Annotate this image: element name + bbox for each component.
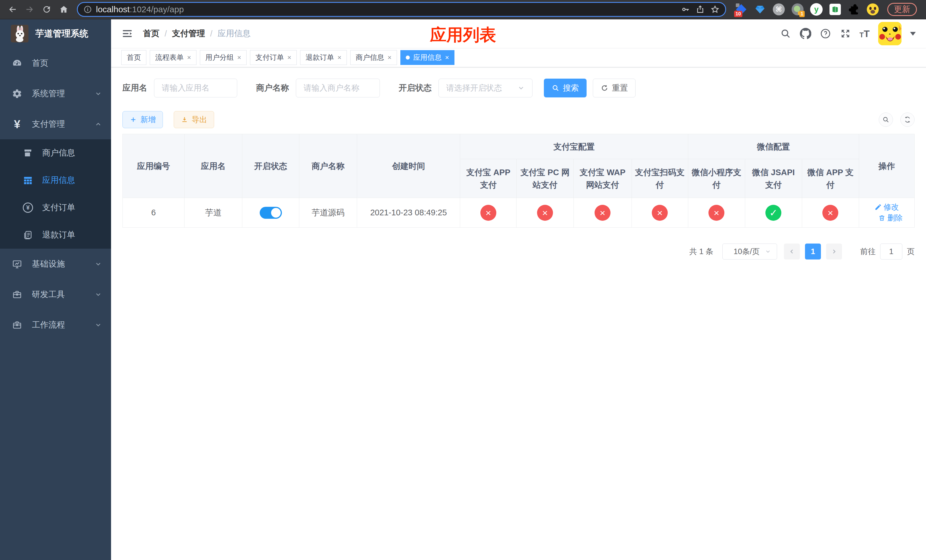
tag-refund-order[interactable]: 退款订单×	[300, 50, 347, 65]
close-icon[interactable]: ×	[445, 53, 449, 62]
hide-search-button[interactable]	[879, 112, 893, 127]
tag-process-form[interactable]: 流程表单×	[150, 50, 197, 65]
col-group-wechat: 微信配置	[688, 134, 859, 159]
app-table: 应用编号 应用名 开启状态 商户名称 创建时间 支付宝配置 微信配置 操作 支付…	[123, 134, 915, 228]
col-alipay-wap: 支付宝 WAP 网站支付	[573, 159, 632, 198]
status-select[interactable]: 请选择开启状态	[439, 79, 533, 97]
sidebar-logo[interactable]: 芋道管理系统	[0, 20, 111, 48]
sidebar-item-infrastructure[interactable]: 基础设施	[0, 249, 111, 279]
breadcrumb: 首页 / 支付管理 / 应用信息	[143, 28, 251, 39]
chevron-down-icon	[95, 260, 102, 268]
prev-page-button[interactable]	[784, 244, 800, 259]
sidebar-item-merchant-info[interactable]: 商户信息	[0, 139, 111, 166]
alipay-pc-status-icon: ×	[537, 205, 553, 221]
extension-emoji-icon[interactable]	[866, 3, 879, 16]
site-info-icon[interactable]	[83, 5, 92, 14]
refresh-table-button[interactable]	[900, 112, 915, 127]
delete-link[interactable]: 删除	[878, 213, 903, 223]
extension-gem-icon[interactable]	[754, 3, 767, 16]
next-page-button[interactable]	[826, 244, 842, 259]
download-icon	[181, 116, 188, 123]
tag-merchant-info[interactable]: 商户信息×	[350, 50, 397, 65]
search-form: 应用名 商户名称 开启状态 请选择开启状态 搜索 重置	[123, 79, 915, 97]
extension-badge: 10	[734, 11, 742, 17]
page-size-select[interactable]: 10条/页	[722, 244, 777, 259]
pagination: 共 1 条 10条/页 1 前往 页	[123, 244, 915, 259]
browser-forward-icon[interactable]	[22, 2, 37, 17]
merchant-name-input[interactable]	[296, 79, 380, 97]
goto-page-input[interactable]	[880, 244, 902, 259]
extension-notes-icon[interactable]	[829, 3, 842, 16]
cell-actions: 修改 删除	[859, 198, 914, 228]
close-icon[interactable]: ×	[337, 53, 341, 62]
col-alipay-app: 支付宝 APP 支付	[460, 159, 516, 198]
close-icon[interactable]: ×	[387, 53, 392, 62]
extension-puzzle-icon[interactable]	[847, 3, 861, 16]
fullscreen-icon[interactable]	[840, 28, 851, 39]
active-dot	[406, 56, 410, 59]
tag-home[interactable]: 首页	[121, 50, 146, 65]
github-icon[interactable]	[800, 28, 811, 39]
extension-knot-icon[interactable]: ⌘	[772, 3, 785, 16]
alipay-wap-status-icon: ×	[595, 205, 610, 221]
sidebar-item-refund-order[interactable]: 退款订单	[0, 221, 111, 249]
share-icon[interactable]	[696, 5, 705, 14]
extension-tampermonkey-icon[interactable]: 10	[735, 3, 748, 16]
main-area: 首页 / 支付管理 / 应用信息 TT 首页 流程表单× 用户分组×	[111, 20, 926, 560]
sidebar-item-app-info[interactable]: 应用信息	[0, 166, 111, 194]
breadcrumb-home[interactable]: 首页	[143, 28, 159, 39]
browser-update-button[interactable]: 更新	[887, 3, 917, 16]
col-alipay-qr: 支付宝扫码支付	[632, 159, 688, 198]
close-icon[interactable]: ×	[237, 53, 241, 62]
close-icon[interactable]: ×	[187, 53, 191, 62]
sidebar-item-payment[interactable]: ¥ 支付管理	[0, 109, 111, 139]
chevron-down-icon	[95, 321, 102, 329]
table-row: 6 芋道 芋道源码 2021-10-23 08:49:25 × × × × × …	[123, 198, 915, 228]
app-name-input[interactable]	[154, 79, 237, 97]
extension-avatar-icon[interactable]: 1	[791, 3, 804, 16]
bookmark-star-icon[interactable]	[710, 5, 720, 14]
sidebar-item-home[interactable]: 首页	[0, 48, 111, 78]
col-status: 开启状态	[242, 134, 299, 198]
breadcrumb-payment[interactable]: 支付管理	[172, 28, 205, 39]
help-icon[interactable]	[820, 28, 831, 39]
search-icon	[882, 116, 890, 123]
sidebar-item-pay-order[interactable]: ¥ 支付订单	[0, 194, 111, 221]
payment-submenu: 商户信息 应用信息 ¥ 支付订单 退款订单	[0, 139, 111, 249]
enabled-toggle[interactable]	[260, 207, 282, 219]
page-number-current[interactable]: 1	[805, 244, 821, 259]
yen-icon: ¥	[11, 118, 23, 130]
header-search-icon[interactable]	[780, 28, 791, 39]
browser-back-icon[interactable]	[5, 2, 20, 17]
tag-user-group[interactable]: 用户分组×	[200, 50, 247, 65]
browser-refresh-icon[interactable]	[39, 2, 54, 17]
extension-green-y-icon[interactable]: y	[810, 3, 823, 16]
search-button[interactable]: 搜索	[544, 79, 587, 97]
address-bar[interactable]: localhost:1024/pay/app	[77, 2, 726, 17]
browser-home-icon[interactable]	[56, 2, 71, 17]
tag-app-info[interactable]: 应用信息×	[400, 50, 454, 65]
add-button[interactable]: 新增	[123, 111, 163, 128]
sidebar-toggle-icon[interactable]	[121, 28, 133, 39]
sidebar-item-label: 支付订单	[42, 202, 75, 213]
sidebar-item-system[interactable]: 系统管理	[0, 78, 111, 109]
shop-icon	[22, 147, 33, 159]
sidebar-item-label: 基础设施	[32, 258, 65, 270]
annotation-title-overlay: 应用列表	[430, 24, 496, 46]
sidebar-item-workflow[interactable]: 工作流程	[0, 310, 111, 340]
plus-icon	[130, 116, 137, 123]
reset-button[interactable]: 重置	[593, 79, 635, 97]
sidebar-item-dev-tools[interactable]: 研发工具	[0, 279, 111, 310]
avatar-caret-icon[interactable]	[910, 32, 916, 36]
user-avatar[interactable]	[878, 22, 902, 45]
export-button[interactable]: 导出	[174, 111, 214, 128]
edit-link[interactable]: 修改	[875, 202, 899, 212]
browser-menu-icon[interactable]: ⋮	[923, 6, 926, 12]
url-text: localhost:1024/pay/app	[96, 5, 675, 14]
font-size-icon[interactable]: TT	[859, 29, 870, 38]
close-icon[interactable]: ×	[287, 53, 291, 62]
col-wechat-app: 微信 APP 支付	[802, 159, 859, 198]
chevron-down-icon	[95, 291, 102, 298]
password-key-icon[interactable]	[681, 5, 690, 14]
tag-pay-order[interactable]: 支付订单×	[250, 50, 297, 65]
